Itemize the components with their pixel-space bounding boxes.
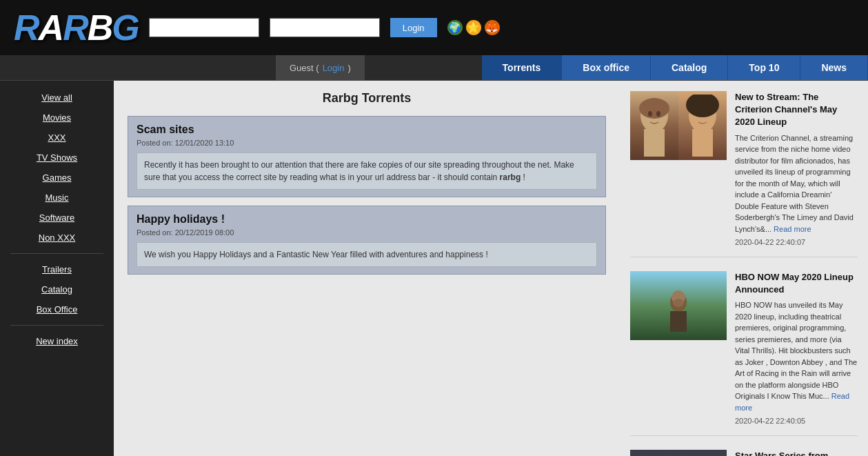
sidebar-item-nonxxx[interactable]: Non XXX (0, 228, 114, 248)
face-left-icon (630, 91, 678, 160)
news-panel: New to Stream: The Criterion Channel's M… (620, 81, 868, 456)
news-title-criterion: New to Stream: The Criterion Channel's M… (735, 91, 858, 129)
news-text-starwars: Star Wars Series from Leslye Headland in… (735, 450, 858, 456)
face-right-icon (678, 91, 727, 160)
svg-rect-12 (670, 311, 687, 332)
notice-holidays-title: Happy holidays ! (137, 213, 597, 226)
svg-point-9 (705, 111, 709, 117)
read-more-criterion[interactable]: Read more (774, 225, 811, 233)
nav-guest: Guest (Login) (276, 55, 365, 80)
notice-holidays: Happy holidays ! Posted on: 20/12/2019 0… (128, 206, 606, 275)
notice-holidays-body: We wish you Happy Holidays and a Fantast… (137, 242, 597, 267)
sidebar-item-newindex[interactable]: New index (0, 331, 114, 351)
sidebar-item-games[interactable]: Games (0, 168, 114, 188)
header-icons: 🌍 ⭐ 🦊 (447, 20, 500, 35)
svg-point-4 (656, 111, 660, 117)
news-text-criterion: New to Stream: The Criterion Channel's M… (735, 91, 858, 246)
tab-top10[interactable]: Top 10 (728, 55, 800, 80)
guest-login-link[interactable]: Login (323, 63, 345, 73)
news-thumb-starwars (630, 450, 727, 456)
page-title: Rarbg Torrents (128, 91, 606, 106)
news-title-hbo: HBO NOW May 2020 Lineup Announced (735, 271, 858, 296)
guest-text: Guest ( (290, 63, 319, 73)
star-icon[interactable]: ⭐ (466, 20, 481, 35)
sidebar-item-viewall[interactable]: View all (0, 88, 114, 108)
logo: RARBG (14, 7, 139, 48)
news-body-criterion: The Criterion Channel, a streaming servi… (735, 132, 858, 235)
svg-point-1 (639, 98, 669, 119)
sidebar-item-trailers[interactable]: Trailers (0, 259, 114, 279)
sidebar-divider-2 (10, 325, 103, 326)
sidebar-divider-1 (10, 253, 103, 254)
sidebar-item-xxx[interactable]: XXX (0, 128, 114, 148)
globe-icon[interactable]: 🌍 (447, 20, 463, 35)
sidebar-item-movies[interactable]: Movies (0, 108, 114, 128)
news-item-starwars: Star Wars Series from Leslye Headland in… (630, 450, 858, 456)
tab-catalog[interactable]: Catalog (651, 55, 728, 80)
sidebar-item-music[interactable]: Music (0, 188, 114, 208)
svg-rect-15 (630, 450, 727, 456)
main-layout: View all Movies XXX TV Shows Games Music… (0, 81, 868, 456)
tab-news[interactable]: News (800, 55, 868, 80)
sidebar-item-boxoffice[interactable]: Box Office (0, 299, 114, 319)
svg-point-8 (696, 111, 700, 117)
sidebar-item-catalog[interactable]: Catalog (0, 279, 114, 299)
svg-rect-7 (692, 129, 713, 157)
navbar: Guest (Login) Torrents Box office Catalo… (0, 55, 868, 81)
timestamp-criterion: 2020-04-22 22:40:07 (735, 238, 858, 246)
notice-scam-title: Scam sites (137, 123, 597, 136)
sidebar: View all Movies XXX TV Shows Games Music… (0, 81, 114, 456)
content-area: Rarbg Torrents Scam sites Posted on: 12/… (114, 81, 620, 456)
tab-torrents[interactable]: Torrents (482, 55, 563, 80)
svg-point-3 (648, 111, 652, 117)
search-input-1[interactable] (149, 18, 259, 37)
news-title-starwars: Star Wars Series from Leslye Headland in… (735, 450, 858, 456)
notice-holidays-date: Posted on: 20/12/2019 08:00 (137, 228, 597, 237)
svg-point-14 (673, 299, 684, 307)
timestamp-hbo: 2020-04-22 22:40:05 (735, 417, 858, 425)
firefox-icon[interactable]: 🦊 (485, 20, 500, 35)
svg-rect-2 (644, 129, 665, 157)
tab-box-office[interactable]: Box office (562, 55, 651, 80)
news-item-criterion: New to Stream: The Criterion Channel's M… (630, 91, 858, 257)
news-thumb-hbo (630, 271, 727, 340)
search-input-2[interactable] (270, 18, 380, 37)
notice-scam-body: Recently it has been brought to our atte… (137, 152, 597, 190)
news-item-hbo: HBO NOW May 2020 Lineup Announced HBO NO… (630, 271, 858, 436)
login-button[interactable]: Login (390, 18, 437, 37)
sidebar-item-software[interactable]: Software (0, 208, 114, 228)
notice-scam-date: Posted on: 12/01/2020 13:10 (137, 139, 597, 147)
news-body-hbo: HBO NOW has unveiled its May 2020 lineup… (735, 299, 858, 413)
news-thumb-criterion (630, 91, 727, 160)
sidebar-item-tvshows[interactable]: TV Shows (0, 148, 114, 168)
news-text-hbo: HBO NOW May 2020 Lineup Announced HBO NO… (735, 271, 858, 425)
notice-scam: Scam sites Posted on: 12/01/2020 13:10 R… (128, 116, 606, 197)
read-more-hbo[interactable]: Read more (735, 392, 849, 412)
guest-close: ) (347, 63, 350, 73)
header: RARBG Login 🌍 ⭐ 🦊 (0, 0, 868, 55)
